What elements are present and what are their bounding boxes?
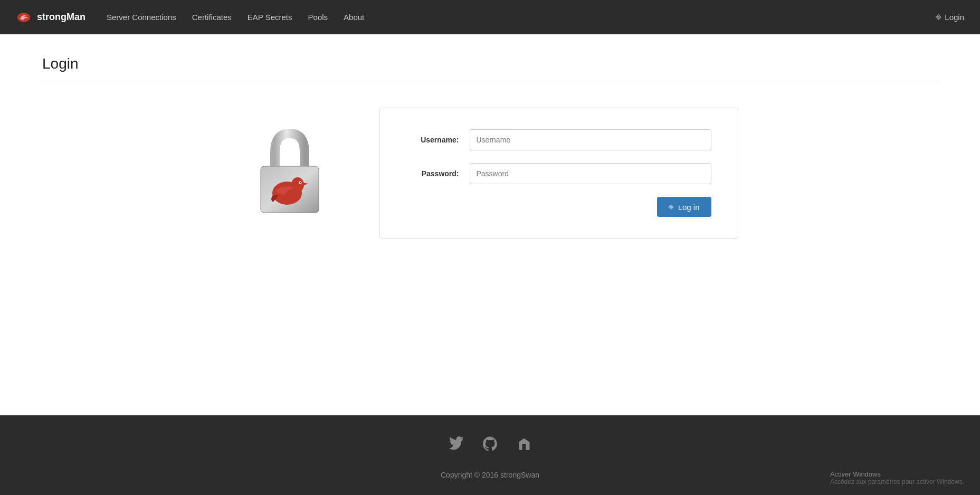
nav-item-about[interactable]: About	[344, 13, 364, 22]
github-icon	[483, 436, 498, 451]
username-input[interactable]	[470, 129, 711, 150]
home-link[interactable]	[517, 436, 531, 455]
windows-activation-subtitle: Accédez aux paramètres pour activer Wind…	[830, 478, 964, 486]
lock-illustration	[242, 128, 337, 218]
login-submit-icon: ⎆	[669, 202, 674, 212]
password-input[interactable]	[470, 163, 711, 184]
svg-point-5	[291, 177, 304, 192]
nav-item-server-connections[interactable]: Server Connections	[107, 13, 176, 22]
login-card: Username: Password: ⎆ Log in	[379, 108, 738, 239]
svg-point-7	[299, 182, 300, 183]
brand-name: strongMan	[37, 12, 85, 23]
footer-icons	[0, 436, 980, 455]
page-title: Login	[42, 55, 938, 72]
nav-link-about[interactable]: About	[344, 13, 364, 22]
navbar-right: ⎆ Login	[936, 12, 964, 23]
nav-link-pools[interactable]: Pools	[308, 13, 328, 22]
home-icon	[517, 436, 531, 451]
login-section: Username: Password: ⎆ Log in	[42, 108, 938, 239]
navbar-left: strongMan Server Connections Certificate…	[16, 12, 364, 23]
nav-link-certificates[interactable]: Certificates	[192, 13, 232, 22]
windows-activation-title: Activer Windows	[830, 470, 964, 478]
navbar: strongMan Server Connections Certificate…	[0, 0, 980, 34]
password-group: Password:	[406, 163, 711, 184]
page-divider	[42, 81, 938, 81]
github-link[interactable]	[483, 436, 498, 455]
nav-item-certificates[interactable]: Certificates	[192, 13, 232, 22]
twitter-icon	[449, 436, 464, 451]
nav-login-label: Login	[945, 13, 964, 22]
password-label: Password:	[406, 169, 459, 178]
nav-item-eap-secrets[interactable]: EAP Secrets	[248, 13, 292, 22]
nav-links: Server Connections Certificates EAP Secr…	[107, 13, 364, 22]
username-group: Username:	[406, 129, 711, 150]
footer: Copyright © 2016 strongSwan Activer Wind…	[0, 415, 980, 495]
nav-link-eap-secrets[interactable]: EAP Secrets	[248, 13, 292, 22]
nav-item-pools[interactable]: Pools	[308, 13, 328, 22]
twitter-link[interactable]	[449, 436, 464, 455]
username-label: Username:	[406, 136, 459, 144]
main-content: Login	[0, 34, 980, 415]
brand-logo-icon	[16, 12, 32, 23]
lock-icon	[253, 128, 327, 218]
nav-login-button[interactable]: ⎆ Login	[936, 12, 964, 23]
svg-point-1	[26, 14, 28, 16]
windows-activation: Activer Windows Accédez aux paramètres p…	[830, 470, 964, 486]
login-submit-button[interactable]: ⎆ Log in	[657, 197, 711, 217]
brand-link[interactable]: strongMan	[16, 12, 85, 23]
login-icon: ⎆	[936, 12, 941, 23]
login-submit-label: Log in	[678, 203, 700, 212]
form-actions: ⎆ Log in	[406, 197, 711, 217]
nav-link-server-connections[interactable]: Server Connections	[107, 13, 176, 22]
